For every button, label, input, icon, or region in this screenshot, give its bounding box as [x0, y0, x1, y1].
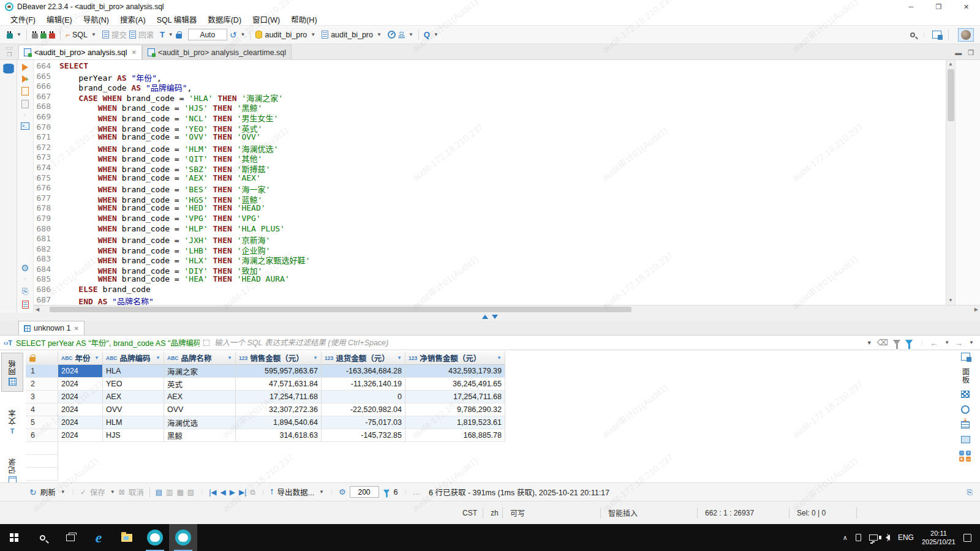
menu-item-3[interactable]: 搜索(A) [115, 13, 151, 25]
cell[interactable]: 2024 [58, 365, 103, 378]
tray-volume-icon[interactable] [886, 534, 890, 541]
sash-down-icon[interactable] [492, 315, 498, 319]
cell[interactable]: 1,894,540.64 [236, 416, 322, 429]
scroll-left-icon[interactable]: ◀ [34, 307, 41, 312]
cell[interactable]: 1,819,523.61 [405, 416, 505, 429]
eraser-icon[interactable]: ⌫ [877, 338, 888, 347]
tab-analysis-sql[interactable]: <audit_bi_pro> analysis.sql ✕ [18, 45, 142, 59]
minimize-pane-icon[interactable]: ▬ [955, 49, 962, 57]
side-tab-文本[interactable]: 文本T [1, 402, 23, 441]
table-row-6[interactable]: 62024HJS黑鲸314,618.63-145,732.85168,885.7… [26, 429, 505, 442]
menu-item-5[interactable]: 数据库(D) [202, 13, 247, 25]
user-profile-button[interactable] [958, 28, 974, 42]
commit-button[interactable]: 提交 [111, 29, 127, 40]
expand-query-icon[interactable] [203, 340, 209, 346]
tray-usb-icon[interactable] [856, 534, 861, 541]
column-filter-arrow-icon[interactable]: ▼ [313, 355, 318, 361]
table-row-2[interactable]: 22024YEO英式47,571,631.84-11,326,140.1936,… [26, 378, 505, 391]
editor-horizontal-scrollbar[interactable]: ◀ ▶ [34, 305, 980, 313]
disconnect-icon[interactable] [49, 33, 55, 39]
panels-icon[interactable] [961, 353, 970, 361]
record-mode-icon[interactable] [961, 405, 970, 414]
execute-new-tab-icon[interactable] [22, 75, 28, 83]
nav-forward-icon[interactable]: → [954, 338, 963, 348]
edit-copy-row-icon[interactable]: ▥ [166, 488, 173, 497]
database-selector[interactable]: audit_bi_pro [265, 31, 307, 39]
new-connection-dropdown-icon[interactable]: ▼ [17, 32, 21, 37]
column-header-销售金额（元）[interactable]: 123销售金额（元）▼ [236, 351, 322, 365]
cell[interactable]: 海澜优选 [164, 416, 236, 429]
prev-page-icon[interactable]: ◀ [220, 488, 225, 497]
quick-search-icon[interactable] [910, 32, 915, 37]
minimize-button[interactable]: ─ [897, 0, 925, 13]
save-button[interactable]: 保存 [90, 486, 105, 498]
menu-item-0[interactable]: 文件(F) [5, 13, 41, 25]
dashboard-icon[interactable] [388, 31, 396, 39]
value-view-icon[interactable] [961, 391, 970, 398]
table-row-5[interactable]: 52024HLM海澜优选1,894,540.64-75,017.031,819,… [26, 416, 505, 429]
cell[interactable]: 47,571,631.84 [236, 378, 322, 391]
sql-mode-dropdown-icon[interactable]: ▼ [91, 32, 96, 37]
cell[interactable]: AEX [103, 391, 164, 403]
custom-filter-icon[interactable]: ‹›T [0, 339, 16, 347]
metadata-panel-icon[interactable] [961, 436, 970, 443]
cell[interactable]: 595,957,863.67 [236, 365, 322, 378]
cell[interactable]: -11,326,140.19 [322, 378, 405, 391]
validate-doc-icon[interactable] [22, 301, 29, 309]
menu-item-1[interactable]: 编辑(E) [41, 13, 78, 25]
commit-mode-icon[interactable]: 品 [398, 30, 405, 40]
cell[interactable]: -163,364,684.28 [322, 365, 405, 378]
cell[interactable]: AEX [164, 391, 236, 403]
column-header-净销售金额（元）[interactable]: 123净销售金额（元）▼ [405, 351, 505, 365]
column-filter-arrow-icon[interactable]: ▼ [227, 355, 232, 361]
column-filter-arrow-icon[interactable]: ▼ [94, 355, 99, 361]
column-filter-arrow-icon[interactable]: ▼ [497, 355, 502, 361]
first-page-icon[interactable]: |◀ [209, 488, 216, 497]
start-button[interactable] [0, 524, 28, 551]
code-area[interactable]: 664SELECT665 perYear AS "年份",666 brand_c… [34, 61, 946, 305]
cell[interactable]: 314,618.63 [236, 429, 322, 442]
cell[interactable]: 432,593,179.39 [405, 365, 505, 378]
scroll-up-icon[interactable]: ▲ [946, 60, 955, 69]
task-view-icon[interactable] [56, 524, 85, 551]
database-navigator-icon[interactable] [3, 64, 14, 69]
sql-terminal-icon[interactable]: >_ [21, 122, 29, 130]
dbeaver-taskbar-icon[interactable] [141, 524, 169, 551]
transaction-dropdown-icon[interactable]: ▼ [168, 32, 173, 37]
search-dropdown-icon[interactable]: ▼ [434, 32, 439, 37]
refresh-button[interactable]: 刷新 [40, 486, 56, 498]
edit-delete-row-icon[interactable]: ▦ [176, 488, 183, 497]
cell[interactable]: 168,885.78 [405, 429, 505, 442]
apply-filter-dropdown-icon[interactable]: ▼ [867, 340, 872, 346]
rollback-button[interactable]: 回滚 [138, 29, 154, 40]
sql-editor-icon[interactable]: ⌐ [66, 31, 70, 39]
history-dropdown-icon[interactable]: ▼ [241, 32, 246, 37]
file-explorer-icon[interactable] [113, 524, 141, 551]
cell[interactable]: 海澜之家 [164, 365, 236, 378]
cell[interactable]: OVV [164, 403, 236, 416]
lock-icon[interactable] [176, 34, 182, 39]
export-data-button[interactable]: 导出数据... [277, 486, 314, 498]
grid-corner-cell[interactable] [26, 351, 58, 365]
sql-mode-label[interactable]: SQL [72, 31, 88, 39]
new-connection-icon[interactable] [7, 33, 13, 39]
column-filter-arrow-icon[interactable]: ▼ [156, 355, 160, 361]
transaction-mode-icon[interactable]: T [160, 30, 165, 39]
cell[interactable]: 17,254,711.68 [405, 391, 505, 403]
fetch-size-input[interactable] [350, 486, 379, 498]
save-dropdown-icon[interactable]: ▼ [110, 489, 115, 495]
vertical-scroll-thumb[interactable] [948, 69, 954, 121]
side-tab-网格[interactable]: 网格 [1, 353, 23, 392]
fetch-all-icon[interactable]: ⧉ [250, 488, 255, 497]
tray-expand-icon[interactable]: ∧ [843, 534, 848, 542]
sash-up-icon[interactable] [482, 315, 488, 319]
cell[interactable]: HLM [103, 416, 164, 429]
perspective-icon[interactable] [932, 31, 941, 39]
table-row-3[interactable]: 32024AEXAEX17,254,711.68017,254,711.68 [26, 391, 505, 403]
cell[interactable]: 2024 [58, 391, 103, 403]
cell[interactable]: -75,017.03 [322, 416, 405, 429]
input-language-indicator[interactable]: ENG [898, 533, 914, 542]
execute-script-icon[interactable] [21, 87, 29, 96]
horizontal-scroll-thumb[interactable] [50, 307, 631, 312]
cell[interactable]: 2024 [58, 378, 103, 391]
